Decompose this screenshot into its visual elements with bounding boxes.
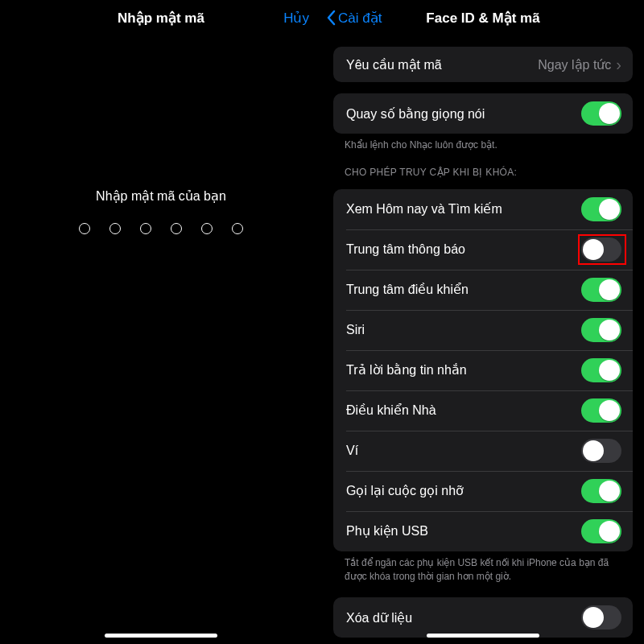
chevron-right-icon: ›	[616, 56, 621, 72]
row-erase-data: Xóa dữ liệu	[333, 597, 633, 638]
lock-item-label: Trung tâm điều khiển	[346, 282, 581, 297]
passcode-title: Nhập mật mã	[118, 10, 204, 27]
row-lock-item: Trung tâm điều khiển	[333, 270, 633, 310]
lock-section-header: CHO PHÉP TRUY CẬP KHI BỊ KHÓA:	[345, 167, 621, 178]
voice-dial-label: Quay số bằng giọng nói	[346, 106, 581, 122]
passcode-dot	[232, 223, 243, 234]
passcode-dots[interactable]	[79, 223, 243, 234]
toggle-lock-item[interactable]	[581, 439, 621, 463]
group-erase-data: Xóa dữ liệu	[333, 597, 633, 638]
lock-item-label: Siri	[346, 323, 581, 337]
nav-title: Face ID & Mật mã	[426, 10, 539, 27]
voice-dial-footer: Khẩu lệnh cho Nhạc luôn được bật.	[345, 138, 621, 152]
passcode-dot	[79, 223, 90, 234]
passcode-dot	[140, 223, 151, 234]
phone-right-settings: Cài đặt Face ID & Mật mã Yêu cầu mật mã …	[322, 0, 644, 644]
lock-item-label: Ví	[346, 444, 581, 458]
lock-item-label: Trung tâm thông báo	[346, 242, 581, 257]
passcode-dot	[109, 223, 121, 234]
lock-item-label: Điều khiển Nhà	[346, 402, 581, 418]
toggle-lock-item[interactable]	[581, 318, 621, 342]
navbar: Cài đặt Face ID & Mật mã	[322, 0, 644, 35]
row-require-passcode[interactable]: Yêu cầu mật mã Ngay lập tức ›	[333, 47, 633, 82]
row-lock-item: Xem Hôm nay và Tìm kiếm	[333, 189, 633, 229]
toggle-lock-item[interactable]	[581, 197, 621, 221]
chevron-left-icon	[327, 10, 336, 26]
phone-left-passcode: Nhập mật mã Hủy Nhập mật mã của bạn	[0, 0, 322, 644]
lock-item-label: Gọi lại cuộc gọi nhỡ	[346, 483, 581, 498]
row-lock-item: Trung tâm thông báo	[333, 229, 633, 270]
row-lock-item: Siri	[333, 310, 633, 350]
home-indicator[interactable]	[105, 634, 217, 638]
home-indicator[interactable]	[427, 634, 539, 638]
passcode-header: Nhập mật mã Hủy	[0, 0, 322, 35]
toggle-lock-item[interactable]	[581, 398, 621, 423]
cancel-button[interactable]: Hủy	[283, 0, 309, 35]
require-label: Yêu cầu mật mã	[346, 57, 538, 72]
toggle-lock-item[interactable]	[581, 278, 621, 302]
group-require-passcode: Yêu cầu mật mã Ngay lập tức ›	[333, 47, 633, 82]
settings-content: Yêu cầu mật mã Ngay lập tức › Quay số bằ…	[322, 35, 644, 644]
back-label: Cài đặt	[338, 10, 382, 27]
toggle-lock-item[interactable]	[581, 358, 621, 382]
passcode-body: Nhập mật mã của bạn	[0, 35, 322, 644]
row-lock-item: Điều khiển Nhà	[333, 390, 633, 431]
toggle-erase-data[interactable]	[581, 605, 621, 630]
row-lock-item: Ví	[333, 431, 633, 471]
group-lock-access: Xem Hôm nay và Tìm kiếmTrung tâm thông b…	[333, 189, 633, 551]
toggle-lock-item[interactable]	[581, 479, 621, 503]
erase-label: Xóa dữ liệu	[346, 610, 581, 625]
passcode-dot	[171, 223, 182, 234]
passcode-dot	[201, 223, 213, 234]
back-button[interactable]: Cài đặt	[327, 0, 382, 35]
lock-item-label: Phụ kiện USB	[346, 523, 581, 539]
lock-item-label: Trả lời bằng tin nhắn	[346, 362, 581, 378]
require-value: Ngay lập tức	[538, 57, 611, 72]
row-lock-item: Phụ kiện USB	[333, 511, 633, 551]
lock-item-label: Xem Hôm nay và Tìm kiếm	[346, 201, 581, 217]
row-lock-item: Trả lời bằng tin nhắn	[333, 350, 633, 390]
toggle-lock-item[interactable]	[581, 237, 621, 262]
row-lock-item: Gọi lại cuộc gọi nhỡ	[333, 471, 633, 511]
toggle-voice-dial[interactable]	[581, 101, 621, 126]
group-voice-dial: Quay số bằng giọng nói	[333, 93, 633, 134]
toggle-lock-item[interactable]	[581, 519, 621, 543]
lock-footer: Tắt để ngăn các phụ kiện USB kết nối khi…	[345, 556, 621, 584]
row-voice-dial: Quay số bằng giọng nói	[333, 93, 633, 134]
passcode-prompt: Nhập mật mã của bạn	[96, 188, 226, 204]
